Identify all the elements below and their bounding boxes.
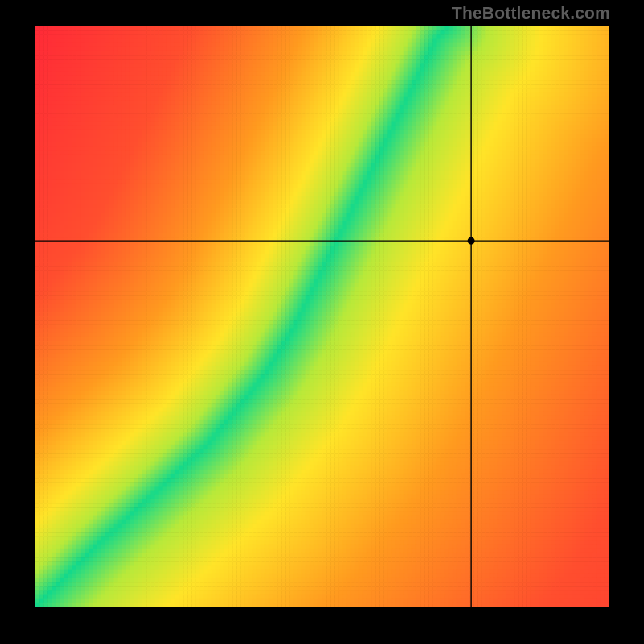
svg-rect-1310 <box>240 63 245 68</box>
svg-rect-17813 <box>171 553 175 558</box>
svg-rect-15319 <box>277 478 282 483</box>
svg-rect-15625 <box>383 486 388 491</box>
svg-rect-4786 <box>142 167 147 171</box>
svg-rect-11513 <box>171 366 175 371</box>
svg-rect-4137 <box>351 147 356 151</box>
svg-rect-19560 <box>445 603 450 607</box>
svg-rect-15551 <box>80 486 85 491</box>
svg-rect-15055 <box>342 470 347 475</box>
svg-rect-16867 <box>310 524 315 529</box>
svg-rect-866 <box>142 51 147 56</box>
svg-rect-9004 <box>216 291 221 296</box>
svg-rect-2520 <box>35 101 40 105</box>
svg-rect-6317 <box>105 213 109 217</box>
svg-rect-83 <box>375 26 380 31</box>
svg-rect-19329 <box>72 599 77 604</box>
svg-rect-1437 <box>187 68 192 72</box>
svg-rect-15209 <box>400 474 405 479</box>
svg-rect-14909 <box>318 466 323 471</box>
svg-rect-12259 <box>359 387 364 392</box>
svg-rect-5014 <box>502 171 507 176</box>
svg-rect-4380 <box>199 155 204 159</box>
svg-rect-18638 <box>109 578 114 583</box>
svg-rect-7075 <box>342 233 347 238</box>
svg-rect-12073 <box>171 383 175 388</box>
svg-rect-8434 <box>175 275 180 279</box>
svg-rect-8935 <box>506 287 511 292</box>
svg-rect-16334 <box>420 507 425 512</box>
svg-rect-15031 <box>244 470 249 475</box>
svg-rect-4376 <box>183 155 188 159</box>
svg-rect-3263 <box>212 122 217 126</box>
svg-rect-7171 <box>163 237 167 242</box>
svg-rect-16117 <box>105 503 109 508</box>
svg-rect-18758 <box>601 578 605 583</box>
svg-rect-19148 <box>477 590 482 595</box>
svg-rect-8967 <box>64 291 69 296</box>
svg-rect-14025 <box>138 441 142 446</box>
svg-rect-13382 <box>371 420 376 425</box>
svg-rect-16621 <box>449 516 454 521</box>
svg-rect-8747 <box>310 283 315 288</box>
svg-rect-20 <box>118 26 122 31</box>
svg-rect-14560 <box>35 457 40 462</box>
svg-rect-11466 <box>551 362 556 367</box>
svg-rect-8277 <box>105 270 109 275</box>
svg-rect-13206 <box>224 416 229 421</box>
svg-rect-850 <box>76 51 81 56</box>
svg-rect-15267 <box>64 478 69 483</box>
svg-rect-5811 <box>326 196 331 200</box>
svg-rect-9344 <box>461 299 466 304</box>
svg-rect-15458 <box>273 482 278 487</box>
svg-rect-2723 <box>293 105 298 109</box>
svg-rect-9937 <box>597 316 601 321</box>
svg-rect-11265 <box>302 358 307 363</box>
svg-rect-881 <box>204 51 208 56</box>
svg-rect-7398 <box>518 242 523 246</box>
svg-rect-3775 <box>588 134 593 138</box>
svg-rect-5444 <box>543 184 548 188</box>
svg-rect-4055 <box>588 142 593 147</box>
svg-rect-2073 <box>498 84 503 89</box>
svg-rect-12965 <box>383 407 388 412</box>
svg-rect-18363 <box>130 570 134 575</box>
svg-rect-19570 <box>485 603 490 607</box>
svg-rect-11769 <box>72 374 77 379</box>
svg-rect-10160 <box>363 324 368 329</box>
svg-rect-12665 <box>302 399 307 404</box>
svg-rect-5948 <box>314 200 319 205</box>
svg-rect-12855 <box>506 403 511 408</box>
svg-rect-12514 <box>257 395 262 400</box>
svg-rect-3790 <box>76 138 81 142</box>
svg-rect-7446 <box>142 246 147 250</box>
svg-rect-10051 <box>490 320 495 325</box>
svg-rect-13255 <box>424 416 429 421</box>
svg-rect-10471 <box>490 333 495 338</box>
svg-rect-2412 <box>167 97 171 101</box>
svg-rect-6807 <box>391 225 396 230</box>
svg-rect-14200 <box>281 445 286 450</box>
svg-rect-379 <box>440 34 445 39</box>
svg-rect-14434 <box>93 453 97 458</box>
svg-rect-5412 <box>412 184 417 188</box>
svg-rect-14276 <box>592 445 597 450</box>
svg-rect-16519 <box>605 511 609 516</box>
svg-rect-4305 <box>465 151 470 155</box>
svg-rect-3529 <box>154 130 159 134</box>
svg-rect-12137 <box>432 383 437 388</box>
svg-rect-329 <box>236 34 241 39</box>
svg-rect-17974 <box>257 557 262 562</box>
svg-rect-13103 <box>375 412 380 417</box>
svg-rect-15784 <box>461 491 466 496</box>
svg-rect-19184 <box>52 595 56 600</box>
svg-rect-7600 <box>199 250 204 254</box>
svg-rect-10401 <box>204 333 208 338</box>
svg-rect-2634 <box>502 101 507 105</box>
svg-rect-16974 <box>175 528 180 533</box>
svg-rect-13472 <box>167 424 171 429</box>
svg-rect-14155 <box>97 445 101 450</box>
svg-rect-6734 <box>93 225 97 230</box>
svg-rect-3191 <box>490 117 495 122</box>
svg-rect-7958 <box>518 258 523 263</box>
svg-rect-2338 <box>436 93 441 97</box>
